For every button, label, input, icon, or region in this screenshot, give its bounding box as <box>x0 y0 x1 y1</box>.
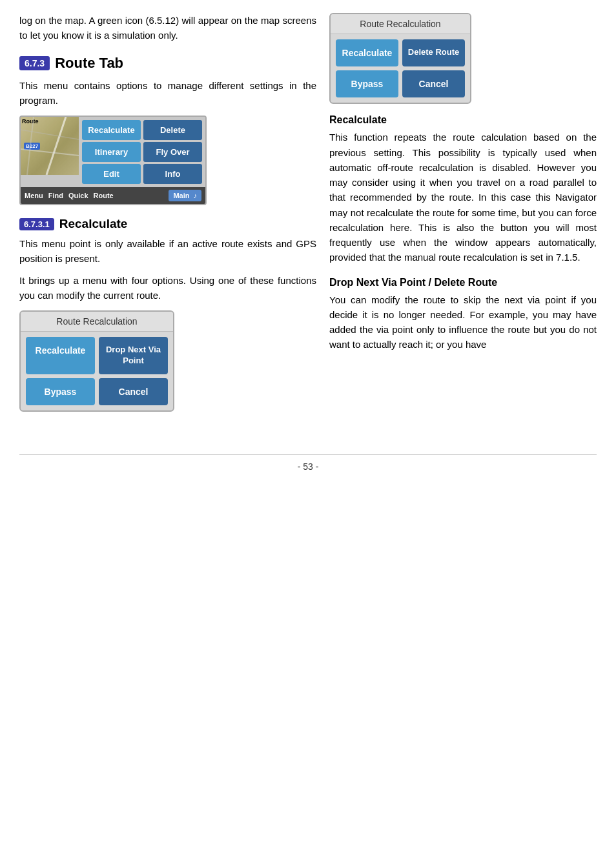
section-title: Route Tab <box>55 55 123 72</box>
recalc-dialog-1-grid: Recalculate Drop Next Via Point Bypass C… <box>21 332 173 410</box>
drop-heading: Drop Next Via Point / Delete Route <box>329 277 597 288</box>
left-column: log on the map. A green icon (6.5.12) wi… <box>19 13 316 422</box>
section-header: 6.7.3 Route Tab <box>19 55 316 72</box>
quick-label: Quick <box>68 192 88 199</box>
info-btn-menu[interactable]: Info <box>143 164 202 184</box>
music-icon: ♪ <box>194 192 198 199</box>
menu-row-2: Itinerary Fly Over <box>82 142 202 162</box>
itinerary-btn-menu[interactable]: Itinerary <box>82 142 141 162</box>
recalculate-text: This function repeats the route calculat… <box>329 130 597 265</box>
recalc-dialog-1: Route Recalculation Recalculate Drop Nex… <box>19 310 174 412</box>
recalc-btn-3[interactable]: Bypass <box>26 378 95 405</box>
delete-btn-menu[interactable]: Delete <box>143 120 202 140</box>
section-intro: This menu contains options to manage dif… <box>19 78 316 108</box>
flyover-btn-menu[interactable]: Fly Over <box>143 142 202 162</box>
right-column: Route Recalculation Recalculate Delete R… <box>329 13 597 422</box>
recalc2-btn-2[interactable]: Delete Route <box>402 39 465 66</box>
drop-text: You can modify the route to skip the nex… <box>329 292 597 352</box>
page-number: - 53 - <box>19 454 597 478</box>
subsection-header: 6.7.3.1 Recalculate <box>19 217 316 231</box>
svg-line-0 <box>46 117 66 175</box>
route-menu-mockup: Route B227 Recalculate De <box>19 116 207 205</box>
recalc-dialog-2-title: Route Recalculation <box>331 14 470 34</box>
map-roads-svg <box>21 117 79 175</box>
find-label: Find <box>48 192 63 199</box>
route-label-bottom: Route <box>94 192 114 199</box>
recalc2-btn-3[interactable]: Bypass <box>336 70 398 97</box>
recalc-dialog-2-grid: Recalculate Delete Route Bypass Cancel <box>331 34 470 103</box>
recalc-dialog-1-title: Route Recalculation <box>21 312 173 332</box>
recalc-btn-4[interactable]: Cancel <box>99 378 168 405</box>
svg-line-3 <box>21 130 79 139</box>
menu-buttons-area: Recalculate Delete Itinerary Fly Over Ed… <box>79 117 205 187</box>
recalc-dialog-2: Route Recalculation Recalculate Delete R… <box>329 13 471 104</box>
menu-label: Menu <box>25 192 43 199</box>
section-badge: 6.7.3 <box>19 56 50 70</box>
subsection-badge: 6.7.3.1 <box>19 218 54 230</box>
recalc2-btn-1[interactable]: Recalculate <box>336 39 398 66</box>
recalc-btn-2[interactable]: Drop Next Via Point <box>99 337 168 374</box>
menu-row-1: Recalculate Delete <box>82 120 202 140</box>
main-btn[interactable]: Main ♪ <box>169 190 201 201</box>
recalc2-btn-4[interactable]: Cancel <box>402 70 465 97</box>
page-footer-area: - 53 - <box>0 454 616 478</box>
recalculate-btn-menu[interactable]: Recalculate <box>82 120 141 140</box>
subsection-title: Recalculate <box>59 217 128 231</box>
main-btn-label: Main <box>173 192 189 199</box>
menu-row-3: Edit Info <box>82 164 202 184</box>
subsection-p1: This menu point is only available if an … <box>19 236 316 267</box>
recalculate-heading: Recalculate <box>329 114 597 126</box>
menu-bottom-bar: Menu Find Quick Route Main ♪ <box>21 187 205 204</box>
subsection-p2: It brings up a menu with four options. U… <box>19 273 316 303</box>
intro-paragraph: log on the map. A green icon (6.5.12) wi… <box>19 13 316 43</box>
recalc-btn-1[interactable]: Recalculate <box>26 337 95 374</box>
map-thumbnail: Route B227 <box>21 117 79 175</box>
svg-line-2 <box>27 117 34 175</box>
edit-btn-menu[interactable]: Edit <box>82 164 141 184</box>
